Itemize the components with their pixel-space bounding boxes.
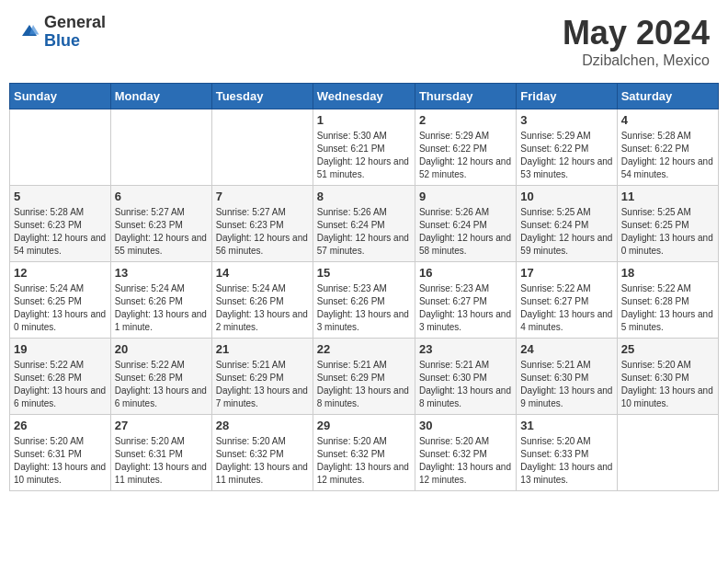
logo: General Blue xyxy=(18,14,106,51)
day-info: Sunrise: 5:28 AM Sunset: 6:22 PM Dayligh… xyxy=(621,130,714,181)
day-info: Sunrise: 5:28 AM Sunset: 6:23 PM Dayligh… xyxy=(14,206,107,258)
calendar-cell: 14Sunrise: 5:24 AM Sunset: 6:26 PM Dayli… xyxy=(211,262,313,339)
day-number: 8 xyxy=(317,190,411,203)
day-info: Sunrise: 5:22 AM Sunset: 6:27 PM Dayligh… xyxy=(520,282,612,334)
day-number: 17 xyxy=(520,266,612,280)
day-info: Sunrise: 5:26 AM Sunset: 6:24 PM Dayligh… xyxy=(317,206,411,258)
day-number: 21 xyxy=(216,342,309,356)
calendar-week-row: 12Sunrise: 5:24 AM Sunset: 6:25 PM Dayli… xyxy=(10,262,719,339)
weekday-header-saturday: Saturday xyxy=(617,84,718,109)
day-number: 31 xyxy=(520,419,612,432)
day-number: 18 xyxy=(621,266,714,280)
calendar-cell: 23Sunrise: 5:21 AM Sunset: 6:30 PM Dayli… xyxy=(415,339,516,415)
day-info: Sunrise: 5:21 AM Sunset: 6:29 PM Dayligh… xyxy=(216,359,309,410)
calendar-cell: 28Sunrise: 5:20 AM Sunset: 6:32 PM Dayli… xyxy=(211,415,313,491)
weekday-header-thursday: Thursday xyxy=(415,84,516,109)
logo-general-text: General xyxy=(44,14,106,32)
calendar-cell: 21Sunrise: 5:21 AM Sunset: 6:29 PM Dayli… xyxy=(211,339,313,415)
day-info: Sunrise: 5:21 AM Sunset: 6:30 PM Dayligh… xyxy=(419,359,512,410)
calendar-cell: 5Sunrise: 5:28 AM Sunset: 6:23 PM Daylig… xyxy=(10,186,111,262)
day-info: Sunrise: 5:24 AM Sunset: 6:26 PM Dayligh… xyxy=(216,282,309,334)
day-info: Sunrise: 5:25 AM Sunset: 6:25 PM Dayligh… xyxy=(621,206,714,258)
day-number: 12 xyxy=(14,266,107,280)
logo-text: General Blue xyxy=(44,14,106,51)
calendar-cell: 13Sunrise: 5:24 AM Sunset: 6:26 PM Dayli… xyxy=(110,262,211,339)
title-area: May 2024 Dzibalchen, Mexico xyxy=(563,14,710,69)
day-number: 28 xyxy=(216,419,309,432)
day-number: 23 xyxy=(419,342,512,356)
calendar-cell: 2Sunrise: 5:29 AM Sunset: 6:22 PM Daylig… xyxy=(415,109,516,186)
day-info: Sunrise: 5:20 AM Sunset: 6:32 PM Dayligh… xyxy=(216,435,309,487)
day-number: 3 xyxy=(520,113,612,127)
day-number: 7 xyxy=(216,190,309,203)
calendar-header: SundayMondayTuesdayWednesdayThursdayFrid… xyxy=(10,84,719,109)
day-info: Sunrise: 5:25 AM Sunset: 6:24 PM Dayligh… xyxy=(520,206,612,258)
day-info: Sunrise: 5:24 AM Sunset: 6:25 PM Dayligh… xyxy=(14,282,107,334)
logo-icon xyxy=(18,21,40,43)
day-number: 24 xyxy=(520,342,612,356)
day-number: 30 xyxy=(419,419,512,432)
day-info: Sunrise: 5:20 AM Sunset: 6:30 PM Dayligh… xyxy=(621,359,714,410)
day-info: Sunrise: 5:29 AM Sunset: 6:22 PM Dayligh… xyxy=(520,130,612,181)
day-info: Sunrise: 5:20 AM Sunset: 6:32 PM Dayligh… xyxy=(419,435,512,487)
calendar-week-row: 19Sunrise: 5:22 AM Sunset: 6:28 PM Dayli… xyxy=(10,339,719,415)
calendar-cell: 24Sunrise: 5:21 AM Sunset: 6:30 PM Dayli… xyxy=(517,339,617,415)
calendar-cell: 26Sunrise: 5:20 AM Sunset: 6:31 PM Dayli… xyxy=(10,415,111,491)
location-subtitle: Dzibalchen, Mexico xyxy=(563,52,710,69)
calendar-cell: 15Sunrise: 5:23 AM Sunset: 6:26 PM Dayli… xyxy=(313,262,415,339)
calendar-cell: 7Sunrise: 5:27 AM Sunset: 6:23 PM Daylig… xyxy=(211,186,313,262)
day-info: Sunrise: 5:21 AM Sunset: 6:29 PM Dayligh… xyxy=(317,359,411,410)
logo-blue-text: Blue xyxy=(44,32,106,51)
day-info: Sunrise: 5:26 AM Sunset: 6:24 PM Dayligh… xyxy=(419,206,512,258)
calendar-cell: 25Sunrise: 5:20 AM Sunset: 6:30 PM Dayli… xyxy=(617,339,718,415)
calendar-cell: 4Sunrise: 5:28 AM Sunset: 6:22 PM Daylig… xyxy=(617,109,718,186)
calendar-cell xyxy=(110,109,211,186)
calendar-cell: 29Sunrise: 5:20 AM Sunset: 6:32 PM Dayli… xyxy=(313,415,415,491)
day-number: 19 xyxy=(14,342,107,356)
calendar-cell: 11Sunrise: 5:25 AM Sunset: 6:25 PM Dayli… xyxy=(617,186,718,262)
day-number: 11 xyxy=(621,190,714,203)
calendar-table: SundayMondayTuesdayWednesdayThursdayFrid… xyxy=(9,83,719,491)
calendar-week-row: 1Sunrise: 5:30 AM Sunset: 6:21 PM Daylig… xyxy=(10,109,719,186)
weekday-header-tuesday: Tuesday xyxy=(211,84,313,109)
calendar-cell xyxy=(617,415,718,491)
day-number: 15 xyxy=(317,266,411,280)
day-number: 4 xyxy=(621,113,714,127)
day-info: Sunrise: 5:23 AM Sunset: 6:27 PM Dayligh… xyxy=(419,282,512,334)
day-info: Sunrise: 5:30 AM Sunset: 6:21 PM Dayligh… xyxy=(317,130,411,181)
calendar-cell: 1Sunrise: 5:30 AM Sunset: 6:21 PM Daylig… xyxy=(313,109,415,186)
weekday-header-friday: Friday xyxy=(517,84,617,109)
calendar-cell: 12Sunrise: 5:24 AM Sunset: 6:25 PM Dayli… xyxy=(10,262,111,339)
month-year-title: May 2024 xyxy=(563,14,710,52)
day-info: Sunrise: 5:20 AM Sunset: 6:32 PM Dayligh… xyxy=(317,435,411,487)
calendar-cell: 20Sunrise: 5:22 AM Sunset: 6:28 PM Dayli… xyxy=(110,339,211,415)
weekday-header-monday: Monday xyxy=(110,84,211,109)
day-number: 27 xyxy=(115,419,208,432)
day-number: 10 xyxy=(520,190,612,203)
day-number: 2 xyxy=(419,113,512,127)
day-number: 16 xyxy=(419,266,512,280)
calendar-cell: 31Sunrise: 5:20 AM Sunset: 6:33 PM Dayli… xyxy=(517,415,617,491)
day-info: Sunrise: 5:21 AM Sunset: 6:30 PM Dayligh… xyxy=(520,359,612,410)
calendar-cell xyxy=(10,109,111,186)
day-info: Sunrise: 5:23 AM Sunset: 6:26 PM Dayligh… xyxy=(317,282,411,334)
day-info: Sunrise: 5:27 AM Sunset: 6:23 PM Dayligh… xyxy=(115,206,208,258)
day-number: 25 xyxy=(621,342,714,356)
weekday-header-sunday: Sunday xyxy=(10,84,111,109)
calendar-cell: 10Sunrise: 5:25 AM Sunset: 6:24 PM Dayli… xyxy=(517,186,617,262)
day-number: 6 xyxy=(115,190,208,203)
day-info: Sunrise: 5:20 AM Sunset: 6:31 PM Dayligh… xyxy=(14,435,107,487)
calendar-week-row: 26Sunrise: 5:20 AM Sunset: 6:31 PM Dayli… xyxy=(10,415,719,491)
day-info: Sunrise: 5:20 AM Sunset: 6:31 PM Dayligh… xyxy=(115,435,208,487)
calendar-week-row: 5Sunrise: 5:28 AM Sunset: 6:23 PM Daylig… xyxy=(10,186,719,262)
calendar-cell: 8Sunrise: 5:26 AM Sunset: 6:24 PM Daylig… xyxy=(313,186,415,262)
calendar-cell: 9Sunrise: 5:26 AM Sunset: 6:24 PM Daylig… xyxy=(415,186,516,262)
calendar-cell: 22Sunrise: 5:21 AM Sunset: 6:29 PM Dayli… xyxy=(313,339,415,415)
calendar-cell: 27Sunrise: 5:20 AM Sunset: 6:31 PM Dayli… xyxy=(110,415,211,491)
day-info: Sunrise: 5:24 AM Sunset: 6:26 PM Dayligh… xyxy=(115,282,208,334)
day-number: 9 xyxy=(419,190,512,203)
weekday-header-wednesday: Wednesday xyxy=(313,84,415,109)
day-info: Sunrise: 5:22 AM Sunset: 6:28 PM Dayligh… xyxy=(621,282,714,334)
calendar-cell: 6Sunrise: 5:27 AM Sunset: 6:23 PM Daylig… xyxy=(110,186,211,262)
day-number: 14 xyxy=(216,266,309,280)
